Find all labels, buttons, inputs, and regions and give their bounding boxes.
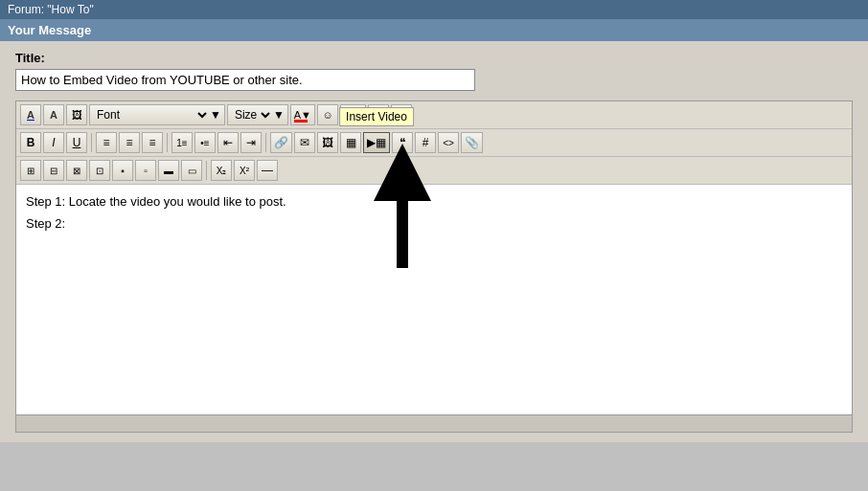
link-icon: 🔗: [274, 136, 288, 149]
your-message-label: Your Message: [8, 23, 91, 37]
font-dropdown[interactable]: Font Arial Times New Roman Courier Verda…: [89, 104, 225, 125]
r3-btn-7[interactable]: ▬: [158, 160, 179, 181]
editor-container: A A 🖼 Font Arial Times New Roman Courier…: [15, 100, 853, 433]
image-icon: 🖼: [72, 110, 82, 121]
r3-icon-7: ▬: [164, 166, 173, 176]
smiley-icon: ☺: [322, 110, 332, 121]
size-select[interactable]: Size 81012 141618 2436: [231, 107, 273, 123]
photo-icon: 🖼: [322, 136, 333, 149]
bold-icon: B: [27, 136, 35, 149]
attachment-btn[interactable]: 📎: [461, 132, 483, 153]
main-content: Title: A A 🖼 Font Arial Times New Roman …: [0, 41, 868, 442]
subscript-icon: X₂: [217, 166, 227, 176]
separator-1: [91, 133, 92, 152]
hr-icon: —: [262, 164, 273, 177]
email-icon: ✉: [300, 136, 309, 149]
r3-icon-8: ▭: [188, 166, 196, 176]
ordered-list-icon: 1≡: [176, 138, 187, 148]
font-color-btn[interactable]: A: [20, 104, 41, 125]
text-color-picker-btn[interactable]: A▼: [290, 104, 315, 125]
redo-btn[interactable]: ↪: [391, 104, 412, 125]
underline-btn[interactable]: U: [66, 132, 87, 153]
subscript-btn[interactable]: X₂: [211, 160, 232, 181]
unordered-list-icon: •≡: [200, 138, 209, 148]
separator-3: [265, 133, 266, 152]
forum-bar: Forum: "How To": [0, 0, 868, 19]
insert-table-icon: ▦: [346, 136, 356, 149]
image-icon-btn[interactable]: 🖼: [66, 104, 87, 125]
ordered-list-btn[interactable]: 1≡: [171, 132, 193, 153]
align-left-icon: ≡: [103, 136, 109, 149]
code-icon: <>: [443, 138, 454, 148]
separator-2: [167, 133, 168, 152]
italic-icon: I: [52, 136, 55, 149]
redo-icon: ↪: [398, 110, 406, 121]
superscript-icon: X²: [240, 166, 249, 176]
r3-btn-8[interactable]: ▭: [181, 160, 202, 181]
align-left-btn[interactable]: ≡: [96, 132, 117, 153]
editor-area[interactable]: Step 1: Locate the video you would like …: [16, 185, 852, 414]
smiley-btn[interactable]: ☺: [317, 104, 338, 125]
bold-btn[interactable]: B: [20, 132, 41, 153]
title-input[interactable]: [15, 69, 475, 91]
r3-btn-2[interactable]: ⊟: [43, 160, 64, 181]
r3-icon-1: ⊞: [27, 166, 34, 176]
r3-icon-2: ⊟: [50, 166, 57, 176]
align-right-icon: ≡: [148, 136, 155, 149]
align-center-icon: ≡: [126, 136, 132, 149]
undo-icon: ↩: [375, 110, 383, 121]
r3-btn-1[interactable]: ⊞: [20, 160, 41, 181]
photo-btn[interactable]: 🖼: [317, 132, 338, 153]
bg-color-btn[interactable]: A: [43, 104, 64, 125]
forum-bar-text: Forum: "How To": [8, 3, 94, 16]
font-select[interactable]: Font Arial Times New Roman Courier Verda…: [93, 107, 210, 123]
r3-btn-6[interactable]: ▫: [135, 160, 156, 181]
undo-btn[interactable]: ↩: [368, 104, 389, 125]
underline-icon: U: [73, 136, 81, 149]
r3-btn-3[interactable]: ⊠: [66, 160, 87, 181]
unordered-list-btn[interactable]: •≡: [194, 132, 216, 153]
toolbar-row-1: A A 🖼 Font Arial Times New Roman Courier…: [16, 101, 852, 129]
insert-video-container: ▶▦ Insert Video: [363, 132, 390, 153]
quote-btn[interactable]: ❝: [392, 132, 413, 153]
size-dropdown-arrow: ▼: [273, 108, 285, 122]
text-color-icon: A▼: [294, 110, 311, 121]
editor-line-2: Step 2:: [26, 216, 842, 231]
indent-btn[interactable]: ⇥: [240, 132, 262, 153]
your-message-header: Your Message: [0, 19, 868, 41]
toolbar-row-2: B I U ≡ ≡ ≡ 1≡ •≡: [16, 129, 852, 157]
r3-btn-5[interactable]: ▪: [112, 160, 133, 181]
align-right-btn[interactable]: ≡: [142, 132, 163, 153]
font-dropdown-arrow: ▼: [210, 108, 221, 122]
editor-bottom-bar: [16, 414, 852, 432]
hr-btn[interactable]: —: [257, 160, 278, 181]
r3-btn-4[interactable]: ⊡: [89, 160, 110, 181]
outdent-icon: ⇤: [223, 136, 233, 149]
email-btn[interactable]: ✉: [294, 132, 315, 153]
size-dropdown[interactable]: Size 81012 141618 2436 ▼: [227, 104, 288, 125]
attachment-icon: 📎: [465, 136, 479, 149]
r3-icon-6: ▫: [144, 166, 148, 176]
italic-btn[interactable]: I: [43, 132, 64, 153]
font-color-icon: A: [27, 110, 34, 121]
link-btn[interactable]: 🔗: [270, 132, 292, 153]
hash-icon: #: [423, 136, 429, 149]
indent-icon: ⇥: [246, 136, 256, 149]
r3-icon-4: ⊡: [96, 166, 103, 176]
toolbar-row-3: ⊞ ⊟ ⊠ ⊡ ▪ ▫ ▬ ▭ X: [16, 157, 852, 185]
superscript-btn[interactable]: X²: [234, 160, 255, 181]
bg-color-icon: A: [50, 110, 57, 121]
special-char-btn[interactable]: Ω▼: [340, 104, 366, 125]
r3-icon-5: ▪: [121, 166, 125, 176]
editor-line-1: Step 1: Locate the video you would like …: [26, 194, 842, 209]
title-label: Title:: [15, 51, 853, 65]
hash-btn[interactable]: #: [415, 132, 436, 153]
align-center-btn[interactable]: ≡: [119, 132, 140, 153]
insert-table-btn[interactable]: ▦: [340, 132, 361, 153]
insert-video-icon: ▶▦: [367, 136, 386, 149]
r3-icon-3: ⊠: [73, 166, 80, 176]
code-btn[interactable]: <>: [438, 132, 459, 153]
outdent-btn[interactable]: ⇤: [217, 132, 239, 153]
insert-video-btn[interactable]: ▶▦: [363, 132, 390, 153]
quote-icon: ❝: [400, 136, 405, 149]
